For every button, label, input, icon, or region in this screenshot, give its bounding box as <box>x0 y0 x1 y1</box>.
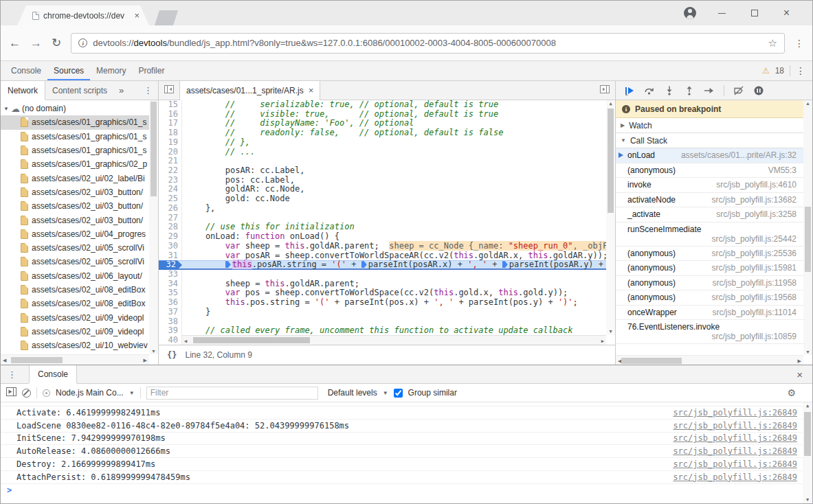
code-text[interactable]: sheep = this.goldAR.parent; <box>182 279 359 289</box>
file-tree-item[interactable]: assets/cases/02_ui/02_label/Bi <box>1 171 149 185</box>
clear-console-icon[interactable] <box>22 389 31 398</box>
step-over-icon[interactable] <box>644 86 655 95</box>
inline-breakpoint-icon[interactable] <box>502 261 508 268</box>
scrollbar-thumb[interactable] <box>193 337 310 343</box>
step-out-icon[interactable] <box>684 86 695 95</box>
console-source-link[interactable]: src/jsb_polyfill.js:26849 <box>665 446 797 456</box>
scrollbar-thumb[interactable] <box>151 102 157 196</box>
line-number[interactable]: 32 <box>159 260 182 270</box>
forward-icon[interactable]: → <box>30 36 42 50</box>
navigator-menu-icon[interactable]: ⋮ <box>138 81 158 100</box>
tab-close-icon[interactable]: × <box>309 85 314 95</box>
line-number[interactable]: 29 <box>159 232 182 242</box>
devtools-menu-icon[interactable]: ⋮ <box>796 65 805 76</box>
hide-navigator-icon[interactable] <box>164 85 174 95</box>
scroll-up-icon[interactable]: ▲ <box>803 403 812 409</box>
code-text[interactable]: posAR: cc.Label, <box>182 166 304 176</box>
file-tree-item[interactable]: assets/cases/02_ui/08_editBox <box>1 297 149 310</box>
file-tree-item[interactable]: assets/cases/02_ui/03_button/ <box>1 199 149 213</box>
line-number[interactable]: 21 <box>159 157 182 166</box>
deactivate-breakpoints-icon[interactable] <box>733 86 744 95</box>
browser-menu-icon[interactable]: ⋮ <box>794 38 804 49</box>
console-source-link[interactable]: src/jsb_polyfill.js:26849 <box>665 421 797 431</box>
file-tree-item[interactable]: assets/cases/02_ui/03_button/ <box>1 213 149 227</box>
file-tree-item[interactable]: assets/cases/02_ui/10_webviev <box>1 339 149 352</box>
console-sidebar-icon[interactable] <box>6 387 16 398</box>
console-source-link[interactable]: src/jsb_polyfill.js:26849 <box>665 433 797 443</box>
scroll-down-icon[interactable]: ▼ <box>606 329 615 334</box>
file-tree-item[interactable]: assets/cases/02_ui/04_progres <box>1 227 149 241</box>
scrollbar-thumb[interactable] <box>621 358 682 364</box>
line-number[interactable]: 17 <box>159 119 182 128</box>
back-icon[interactable]: ← <box>9 36 21 50</box>
tab-sources[interactable]: Sources <box>47 61 90 80</box>
debugger-vertical-scrollbar[interactable]: ▲ ▼ <box>803 100 812 355</box>
show-debugger-icon[interactable] <box>600 85 610 95</box>
scroll-up-icon[interactable]: ▲ <box>606 101 615 106</box>
line-number[interactable]: 38 <box>159 317 182 327</box>
code-text[interactable]: // displayName: 'Foo', // optional <box>182 119 414 128</box>
scroll-left-icon[interactable]: ◀ <box>184 339 187 344</box>
page-info-icon[interactable]: i <box>78 38 87 47</box>
file-tree-item[interactable]: assets/cases/01_graphics/02_p <box>1 157 149 171</box>
line-number[interactable]: 16 <box>159 110 182 119</box>
inline-breakpoint-icon[interactable] <box>225 261 231 268</box>
console-source-link[interactable]: src/jsb_polyfill.js:26849 <box>665 472 797 482</box>
profile-avatar[interactable] <box>673 5 706 21</box>
code-text[interactable]: var posAR = sheep.convertToWorldSpaceAR(… <box>182 251 615 261</box>
file-tree-item[interactable]: assets/cases/02_ui/06_layout/ <box>1 269 149 283</box>
file-tree-item[interactable]: assets/cases/01_graphics/01_s <box>1 130 149 144</box>
code-text[interactable]: // readonly: false, // optional, default… <box>182 128 503 138</box>
code-text[interactable]: // serializable: true, // optional, defa… <box>182 100 498 110</box>
file-tree-item[interactable]: assets/cases/02_ui/05_scrollVi <box>1 241 149 255</box>
call-stack-frame[interactable]: runSceneImmediatesrc/jsb_polyfill.js:254… <box>616 222 803 247</box>
call-stack-frame[interactable]: (anonymous)src/jsb_polyfill.js:19568 <box>616 290 803 306</box>
scrollbar-thumb[interactable] <box>804 412 811 456</box>
step-into-icon[interactable] <box>664 86 675 95</box>
tree-vertical-scrollbar[interactable]: ▼ <box>149 100 158 354</box>
call-stack-frame[interactable]: _activatesrc/jsb_polyfill.js:3258 <box>616 207 803 222</box>
line-number[interactable]: 24 <box>159 185 182 194</box>
pause-on-exceptions-icon[interactable] <box>753 85 764 96</box>
scrollbar-thumb[interactable] <box>805 207 811 272</box>
code-text[interactable]: this.pos.string = '(' + parseInt(pos.x) … <box>182 298 578 308</box>
tab-memory[interactable]: Memory <box>90 61 132 80</box>
new-tab-button[interactable] <box>155 10 178 25</box>
line-number[interactable]: 15 <box>159 100 182 110</box>
scroll-up-icon[interactable]: ▲ <box>803 101 812 106</box>
file-tree-item[interactable]: assets/cases/02_ui/05_scrollVi <box>1 255 149 268</box>
file-tree-root[interactable]: ▼ ☁ (no domain) <box>1 102 149 115</box>
editor-horizontal-scrollbar[interactable]: ◀ ▶ <box>182 335 606 345</box>
call-stack-frame[interactable]: (anonymous)VM55:3 <box>616 163 803 179</box>
chevron-down-icon[interactable]: ▼ <box>383 390 388 396</box>
scroll-right-icon[interactable]: ▶ <box>144 358 147 363</box>
line-number[interactable]: 27 <box>159 214 182 223</box>
code-editor[interactable]: 15 // serializable: true, // optional, d… <box>159 100 615 345</box>
drawer-close-icon[interactable]: × <box>787 369 812 380</box>
scrollbar-thumb[interactable] <box>11 357 63 363</box>
file-tree-item[interactable]: assets/cases/02_ui/09_videopl <box>1 310 149 324</box>
line-number[interactable]: 36 <box>159 298 182 308</box>
default-levels-dropdown[interactable]: Default levels <box>328 388 377 398</box>
drawer-menu-icon[interactable]: ⋮ <box>1 369 23 380</box>
call-stack-frame[interactable]: (anonymous)src/jsb_polyfill.js:25536 <box>616 247 803 262</box>
line-number[interactable]: 20 <box>159 148 182 157</box>
tab-console-drawer[interactable]: Console <box>29 365 77 383</box>
editor-vertical-scrollbar[interactable]: ▲ ▼ <box>606 100 615 335</box>
call-stack-frame[interactable]: activateNodesrc/jsb_polyfill.js:13682 <box>616 193 803 208</box>
line-number[interactable]: 25 <box>159 194 182 204</box>
code-text[interactable]: pos: cc.Label, <box>182 176 295 185</box>
url-bar[interactable]: i devtools://devtools/bundled/js_app.htm… <box>71 33 785 54</box>
console-settings-gear-icon[interactable]: ⚙ <box>787 387 796 398</box>
code-text[interactable]: this.posAR.string = '(' + parseInt(posAR… <box>182 260 615 270</box>
line-number[interactable]: 18 <box>159 128 182 138</box>
line-number[interactable]: 23 <box>159 176 182 185</box>
code-text[interactable]: // called every frame, uncomment this fu… <box>182 326 573 336</box>
close-button[interactable]: × <box>770 5 803 21</box>
code-text[interactable] <box>182 214 186 223</box>
tab-profiler[interactable]: Profiler <box>132 61 170 80</box>
maximize-button[interactable] <box>738 5 770 21</box>
warning-count[interactable]: 18 <box>775 66 784 76</box>
call-stack-frame[interactable]: 76.EventListeners.invokesrc/jsb_polyfill… <box>616 320 803 344</box>
step-icon[interactable] <box>704 86 715 95</box>
